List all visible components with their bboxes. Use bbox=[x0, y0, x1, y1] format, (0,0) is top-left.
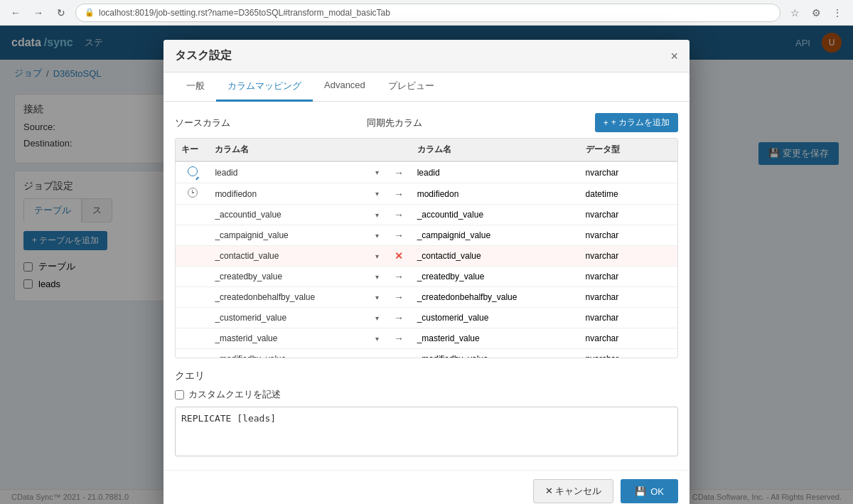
type-cell-7: nvarchar bbox=[580, 308, 664, 328]
dest-col-cell-2: _accountid_value bbox=[412, 205, 580, 225]
table-row: _modifiedby_value▾→_modifiedby_valuenvar… bbox=[176, 349, 677, 359]
table-row: _createdonbehalfby_value▾→_createdonbeha… bbox=[176, 287, 677, 308]
dest-col-cell-1: modifiedon bbox=[412, 183, 580, 205]
source-col-cell-2: _accountid_value▾ bbox=[209, 205, 386, 225]
task-settings-modal: タスク設定 × 一般 カラムマッピング Advanced プレビュー ソースカラ… bbox=[163, 40, 690, 504]
extensions-button[interactable]: ⚙ bbox=[808, 4, 825, 21]
header-scroll bbox=[664, 139, 677, 161]
query-section: クエリ カスタムクエリを記述 REPLICATE [leads] bbox=[175, 370, 678, 459]
source-col-text-1: modifiedon bbox=[215, 189, 380, 199]
dest-col-cell-5: _createdby_value bbox=[412, 267, 580, 287]
tab-column-mapping[interactable]: カラムマッピング bbox=[216, 73, 313, 102]
arrow-right-icon: → bbox=[394, 167, 404, 178]
tab-advanced[interactable]: Advanced bbox=[313, 73, 377, 102]
custom-query-row: カスタムクエリを記述 bbox=[175, 388, 678, 401]
arrow-right-icon: → bbox=[394, 312, 404, 323]
key-cell-5 bbox=[176, 267, 209, 287]
scroll-spacer-4 bbox=[664, 246, 677, 267]
key-cell-0 bbox=[176, 161, 209, 183]
arrow-right-icon: → bbox=[394, 333, 404, 344]
dest-col-cell-0: leadid bbox=[412, 161, 580, 183]
source-col-cell-5: _createdby_value▾ bbox=[209, 267, 386, 287]
key-cell-9 bbox=[176, 349, 209, 359]
arrow-right-icon: → bbox=[394, 209, 404, 220]
arrow-cell-6: → bbox=[386, 287, 412, 308]
dest-col-cell-6: _createdonbehalfby_value bbox=[412, 287, 580, 308]
clock-key-icon bbox=[188, 188, 198, 198]
dest-col-cell-3: _campaignid_value bbox=[412, 225, 580, 246]
key-cell-2 bbox=[176, 205, 209, 225]
scroll-spacer-1 bbox=[664, 183, 677, 205]
source-col-text-3: _campaignid_value bbox=[215, 230, 380, 240]
source-section-label: ソースカラム bbox=[175, 117, 367, 129]
type-cell-3: nvarchar bbox=[580, 225, 664, 246]
key-cell-7 bbox=[176, 308, 209, 328]
cancel-button[interactable]: ✕ キャンセル bbox=[533, 479, 614, 503]
arrow-cell-2: → bbox=[386, 205, 412, 225]
table-row: _masterid_value▾→_masterid_valuenvarchar bbox=[176, 328, 677, 349]
arrow-right-icon: → bbox=[394, 230, 404, 241]
save-icon: 💾 bbox=[635, 486, 646, 497]
forward-button[interactable]: → bbox=[30, 4, 47, 21]
table-row: modifiedon▾→modifiedondatetime bbox=[176, 183, 677, 205]
scroll-spacer-9 bbox=[664, 349, 677, 359]
ok-button[interactable]: 💾 OK bbox=[621, 479, 678, 503]
arrow-cell-3: → bbox=[386, 225, 412, 246]
arrow-right-icon: → bbox=[394, 353, 404, 358]
source-col-text-9: _modifiedby_value bbox=[215, 354, 380, 358]
header-data-type: データ型 bbox=[580, 139, 664, 161]
query-textarea[interactable]: REPLICATE [leads] bbox=[175, 407, 678, 456]
type-cell-8: nvarchar bbox=[580, 328, 664, 349]
browser-chrome: ← → ↻ 🔒 localhost:8019/job-setting.rst?n… bbox=[0, 0, 853, 26]
tab-general[interactable]: 一般 bbox=[175, 73, 216, 102]
url-bar[interactable]: 🔒 localhost:8019/job-setting.rst?name=D3… bbox=[75, 4, 780, 22]
modal-footer: ✕ キャンセル 💾 OK bbox=[163, 470, 690, 504]
scroll-spacer-8 bbox=[664, 328, 677, 349]
key-cell-6 bbox=[176, 287, 209, 308]
dest-col-cell-9: _modifiedby_value bbox=[412, 349, 580, 359]
scroll-spacer-5 bbox=[664, 267, 677, 287]
type-cell-2: nvarchar bbox=[580, 205, 664, 225]
dest-col-cell-7: _customerid_value bbox=[412, 308, 580, 328]
scroll-spacer-6 bbox=[664, 287, 677, 308]
dest-col-cell-8: _masterid_value bbox=[412, 328, 580, 349]
modal-close-button[interactable]: × bbox=[670, 50, 678, 63]
header-arrow bbox=[386, 139, 412, 161]
app-background: cdata /sync ステ API U ジョブ / D365toSQL 接続 … bbox=[0, 26, 853, 504]
modal-body: ソースカラム 同期先カラム + + カラムを追加 キー bbox=[163, 102, 690, 470]
modal-overlay: タスク設定 × 一般 カラムマッピング Advanced プレビュー ソースカラ… bbox=[0, 26, 853, 504]
key-cell-3 bbox=[176, 225, 209, 246]
type-cell-9: nvarchar bbox=[580, 349, 664, 359]
custom-query-checkbox[interactable] bbox=[175, 390, 184, 400]
source-col-cell-4: _contactid_value▾ bbox=[209, 246, 386, 267]
arrow-right-icon: → bbox=[394, 271, 404, 282]
menu-button[interactable]: ⋮ bbox=[829, 4, 846, 21]
header-key: キー bbox=[176, 139, 209, 161]
source-col-text-5: _createdby_value bbox=[215, 272, 380, 282]
bookmark-button[interactable]: ☆ bbox=[786, 4, 803, 21]
arrow-cell-5: → bbox=[386, 267, 412, 287]
custom-query-label: カスタムクエリを記述 bbox=[188, 388, 281, 401]
column-mapping-table[interactable]: キー カラム名 カラム名 データ型 leadid▾→leadidnvarchar… bbox=[175, 138, 678, 358]
url-text: localhost:8019/job-setting.rst?name=D365… bbox=[99, 8, 390, 18]
reload-button[interactable]: ↻ bbox=[53, 4, 70, 21]
key-cell-8 bbox=[176, 328, 209, 349]
key-cell-1 bbox=[176, 183, 209, 205]
arrow-cell-4: ✕ bbox=[386, 246, 412, 267]
back-button[interactable]: ← bbox=[7, 4, 24, 21]
modal-header: タスク設定 × bbox=[163, 40, 690, 73]
dest-section: 同期先カラム + + カラムを追加 bbox=[367, 113, 678, 132]
source-col-cell-0: leadid▾ bbox=[209, 161, 386, 183]
type-cell-5: nvarchar bbox=[580, 267, 664, 287]
query-title: クエリ bbox=[175, 370, 678, 382]
table-row: _accountid_value▾→_accountid_valuenvarch… bbox=[176, 205, 677, 225]
type-cell-0: nvarchar bbox=[580, 161, 664, 183]
add-column-button[interactable]: + + カラムを追加 bbox=[595, 113, 678, 132]
error-icon: ✕ bbox=[395, 250, 403, 262]
mapping-header: ソースカラム 同期先カラム + + カラムを追加 bbox=[175, 113, 678, 132]
source-col-text-2: _accountid_value bbox=[215, 210, 380, 220]
source-col-text-0: leadid bbox=[215, 168, 380, 178]
arrow-cell-1: → bbox=[386, 183, 412, 205]
table-row: _createdby_value▾→_createdby_valuenvarch… bbox=[176, 267, 677, 287]
tab-preview[interactable]: プレビュー bbox=[377, 73, 446, 102]
